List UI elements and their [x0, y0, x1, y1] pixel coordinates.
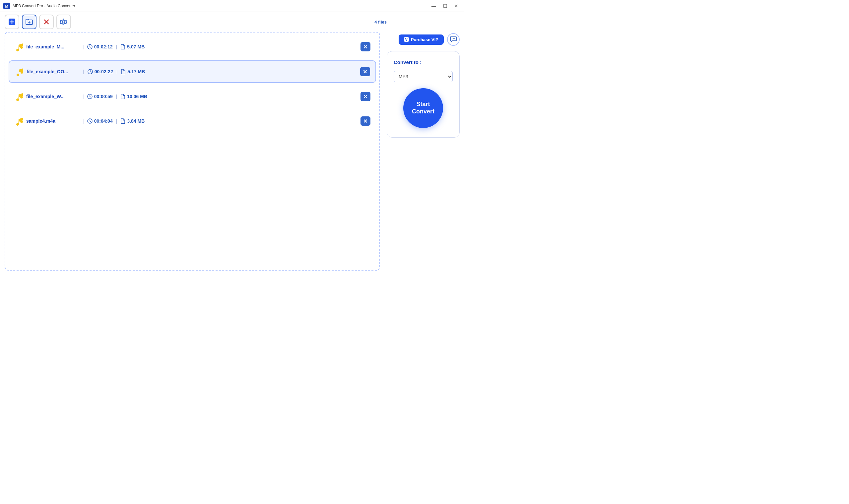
chat-icon: [450, 36, 457, 43]
settings-button[interactable]: [56, 15, 71, 29]
right-panel: V Purchase VIP Convert to : MP3AACWAVFLA…: [387, 32, 460, 271]
file-size: 3.84 MB: [120, 119, 145, 124]
add-file-button[interactable]: [5, 15, 19, 29]
file-count: 4 files: [375, 20, 387, 24]
app-icon: M: [3, 3, 10, 9]
music-note-icon: [15, 66, 26, 77]
start-convert-button[interactable]: Start Convert: [403, 88, 443, 128]
settings-icon: [60, 18, 67, 25]
file-duration: 00:00:59: [87, 94, 113, 99]
file-size: 10.06 MB: [120, 94, 147, 99]
file-name: file_example_W...: [26, 94, 79, 99]
file-list: file_example_M... | 00:02:12 | 5.07 MB: [8, 36, 376, 132]
chat-button[interactable]: [447, 33, 460, 46]
file-size: 5.17 MB: [121, 69, 145, 74]
convert-to-label: Convert to :: [394, 59, 421, 65]
clock-icon: [87, 44, 92, 49]
title-bar-left: M MP3 Convert Pro - Audio Converter: [3, 3, 75, 9]
start-convert-text: Start Convert: [412, 101, 434, 115]
plus-icon: [8, 18, 16, 25]
file-name: file_example_M...: [26, 44, 79, 49]
file-icon: [120, 44, 125, 49]
svg-point-30: [452, 38, 452, 39]
svg-line-27: [90, 121, 91, 122]
clock-icon: [87, 94, 92, 99]
file-info: file_example_W... | 00:00:59 | 10.06 MB: [26, 94, 361, 99]
svg-text:M: M: [5, 4, 8, 8]
music-note-icon: [14, 41, 26, 53]
file-duration: 00:02:12: [87, 44, 113, 49]
remove-file-button[interactable]: [361, 42, 371, 51]
purchase-vip-label: Purchase VIP: [411, 37, 438, 42]
close-button[interactable]: ✕: [452, 2, 461, 10]
remove-file-button[interactable]: [361, 92, 371, 101]
convert-panel: Convert to : MP3AACWAVFLACOGGM4A Start C…: [387, 51, 460, 138]
title-bar-controls: — ☐ ✕: [429, 2, 461, 10]
x-icon: [363, 44, 368, 49]
svg-line-22: [90, 96, 91, 97]
svg-point-31: [453, 38, 454, 39]
file-info: file_example_OO... | 00:02:22 | 5.17 MB: [26, 69, 360, 74]
x-icon: [363, 69, 367, 74]
title-bar: M MP3 Convert Pro - Audio Converter — ☐ …: [0, 0, 464, 12]
svg-point-32: [454, 38, 455, 39]
top-right-actions: V Purchase VIP: [387, 33, 460, 46]
x-icon: [363, 119, 368, 123]
file-info: sample4.m4a | 00:04:04 | 3.84 MB: [26, 119, 361, 124]
clear-icon: [43, 19, 50, 25]
folder-plus-icon: [25, 18, 33, 25]
x-icon: [363, 94, 368, 99]
file-name: file_example_OO...: [26, 69, 79, 74]
clock-icon: [88, 69, 93, 74]
remove-file-button[interactable]: [361, 116, 371, 126]
window-title: MP3 Convert Pro - Audio Converter: [13, 4, 75, 8]
format-select[interactable]: MP3AACWAVFLACOGGM4A: [394, 71, 453, 82]
clear-button[interactable]: [39, 15, 54, 29]
music-note-icon: [14, 91, 26, 103]
minimize-button[interactable]: —: [429, 2, 438, 10]
vip-badge: V: [404, 37, 409, 42]
svg-line-12: [90, 47, 91, 48]
svg-point-9: [63, 21, 65, 23]
main-layout: file_example_M... | 00:02:12 | 5.07 MB: [0, 32, 464, 275]
file-duration: 00:04:04: [87, 119, 113, 124]
file-size: 5.07 MB: [120, 44, 145, 49]
add-folder-button[interactable]: [22, 15, 36, 29]
file-list-area: file_example_M... | 00:02:12 | 5.07 MB: [5, 32, 380, 271]
file-item[interactable]: file_example_M... | 00:02:12 | 5.07 MB: [8, 36, 376, 58]
purchase-vip-button[interactable]: V Purchase VIP: [399, 35, 444, 45]
file-item[interactable]: file_example_OO... | 00:02:22 | 5.17 MB: [8, 60, 376, 83]
svg-line-17: [90, 72, 91, 72]
file-item[interactable]: file_example_W... | 00:00:59 | 10.06 MB: [8, 86, 376, 107]
clock-icon: [87, 119, 92, 124]
file-icon: [121, 69, 126, 74]
file-icon: [120, 94, 125, 99]
maximize-button[interactable]: ☐: [440, 2, 450, 10]
music-note-icon: [14, 115, 26, 127]
file-name: sample4.m4a: [26, 119, 79, 124]
file-info: file_example_M... | 00:02:12 | 5.07 MB: [26, 44, 361, 49]
remove-file-button[interactable]: [360, 67, 370, 76]
file-item[interactable]: sample4.m4a | 00:04:04 | 3.84 MB: [8, 110, 376, 132]
file-icon: [120, 119, 125, 124]
file-duration: 00:02:22: [88, 69, 113, 74]
